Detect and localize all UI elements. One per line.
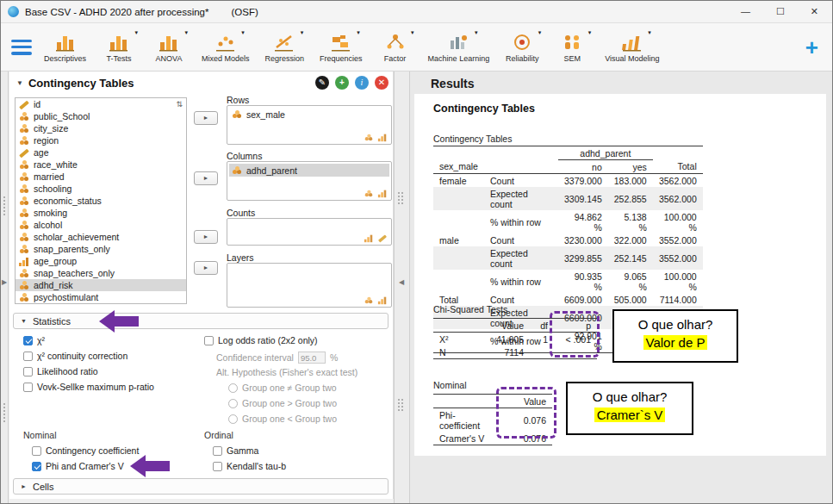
chi-squared-checkbox[interactable]: χ² [23,335,45,345]
variable-item-selected[interactable]: adhd_risk [16,279,186,291]
variable-label: married [34,171,65,182]
cell: 3379.000 [558,174,608,188]
cell: 9.065 % [608,270,653,293]
assign-columns-button[interactable]: ► [194,171,218,185]
module-regression[interactable]: ▾ Regression [265,32,305,63]
variable-item[interactable]: alcohol [16,219,186,231]
module-label: T-Tests [107,54,132,63]
chi-squared-cc-checkbox[interactable]: χ² continuity correction [23,351,127,361]
dropdown-caret-icon: ▾ [241,29,245,36]
columns-field[interactable]: adhd_parent [227,161,392,201]
cell: Count [484,233,558,246]
edit-title-icon[interactable]: ✎ [315,76,329,90]
nominal-variable-icon [232,165,242,175]
variable-label: adhd_risk [34,280,73,290]
app-icon [8,6,19,17]
nominal-variable-icon [364,190,373,197]
variable-item[interactable]: id⇅ [16,98,186,110]
vovk-sellke-checkbox[interactable]: Vovk-Sellke maximum p-ratio [23,382,154,392]
duplicate-analysis-icon[interactable]: + [335,76,349,90]
variable-item[interactable]: snap_teachers_only [16,267,186,279]
assign-counts-button[interactable]: ► [194,230,218,244]
phi-cramers-v-checkbox[interactable]: Phi and Cramer's V [32,461,124,471]
annotation-arrow-statistics [99,310,139,333]
p-value-callout: O que olhar? Valor de P [612,309,738,363]
variable-item[interactable]: psychostimulant [16,291,186,303]
likelihood-ratio-checkbox[interactable]: Likelihood ratio [23,366,98,376]
dropdown-caret-icon: ▾ [538,29,542,36]
expand-data-panel-icon[interactable]: ▶ [2,278,7,286]
module-label: Mixed Models [202,54,250,63]
module-factor[interactable]: ▾ Factor [378,32,413,63]
checkbox-checked-icon [32,462,41,471]
variable-item[interactable]: city_size [16,122,186,134]
collapse-options-panel-icon[interactable]: ◀ [399,278,404,286]
hamburger-menu-icon[interactable] [11,40,32,55]
module-descriptives[interactable]: Descriptives [44,32,86,63]
log-odds-checkbox[interactable]: Log odds ratio (2x2 only) [204,335,318,345]
radio-icon [228,414,238,424]
variable-item[interactable]: economic_status [16,195,186,207]
analysis-header-buttons: ✎ + i ✕ [315,76,389,90]
variable-item[interactable]: age_group [16,255,186,267]
module-machine-learning[interactable]: ▾ Machine Learning [428,32,490,63]
close-button[interactable]: ✕ [811,6,818,17]
module-t-tests[interactable]: ▾ T-Tests [102,32,136,63]
assign-rows-button[interactable]: ► [194,111,218,125]
add-module-button[interactable]: + [805,36,818,59]
variable-item[interactable]: smoking [16,207,186,219]
assigned-variable-selected[interactable]: adhd_parent [229,164,389,177]
panel-splitter[interactable]: ◀ [394,72,410,504]
variable-item[interactable]: schooling [16,183,186,195]
checkbox-icon [23,352,33,361]
variable-item[interactable]: scholar_achievement [16,231,186,243]
minimize-button[interactable]: — [741,6,750,17]
cells-section-header[interactable]: ► Cells [13,478,389,495]
module-visual-modeling[interactable]: ▾ Visual Modeling [605,32,659,63]
percent-label: % [330,352,338,363]
assigned-variable[interactable]: sex_male [229,108,389,121]
nominal-variable-icon [19,196,29,206]
gamma-checkbox[interactable]: Gamma [213,445,258,456]
rows-field[interactable]: sex_male [227,105,392,145]
variable-item[interactable]: region [16,134,186,146]
layers-field[interactable] [227,263,392,308]
data-panel-splitter[interactable]: ▶ [1,72,9,504]
cell: 322.000 [608,233,653,246]
variable-item[interactable]: race_white [16,159,186,171]
module-label: Regression [265,54,305,63]
annotation-arrow-phi-cramer [130,455,170,477]
jasp-window: Base CSV - ADHD 2020 after processing* (… [0,0,833,504]
remove-analysis-icon[interactable]: ✕ [375,76,389,90]
help-icon[interactable]: i [355,76,369,90]
module-frequencies[interactable]: ▾ Frequencies [320,32,363,63]
assign-layers-button[interactable]: ► [194,261,218,275]
cell: X² [433,333,483,346]
dropdown-caret-icon: ▾ [411,29,414,36]
window-controls: — ☐ ✕ [741,6,825,17]
cell: 252.145 [608,246,653,270]
maximize-button[interactable]: ☐ [776,6,785,17]
option-label: Group one < Group two [242,414,337,424]
nominal-table-title: Nominal [433,380,467,390]
module-mixed-models[interactable]: ▾ Mixed Models [202,32,250,63]
statistics-section-header[interactable]: ▼ Statistics [13,313,389,329]
counts-field[interactable] [227,218,392,246]
sort-variables-icon[interactable]: ⇅ [176,100,183,109]
nominal-variable-icon [19,293,29,302]
collapse-analysis-icon[interactable]: ▼ [16,79,23,87]
module-reliability[interactable]: ▾ Reliability [505,32,539,63]
variable-item[interactable]: married [16,171,186,183]
window-title: Base CSV - ADHD 2020 after processing* [25,7,209,17]
variable-item[interactable]: public_School [16,110,186,122]
nominal-variable-icon [19,184,29,194]
dropdown-caret-icon: ▾ [648,29,651,36]
contingency-coefficient-checkbox[interactable]: Contingency coefficient [32,445,139,456]
module-anova[interactable]: ▾ ANOVA [152,32,186,63]
kendalls-tau-checkbox[interactable]: Kendall's tau-b [213,461,286,471]
nominal-variable-icon [232,109,242,119]
module-sem[interactable]: ▾ SEM [555,32,589,63]
variable-item[interactable]: age [16,146,186,159]
cell: Cramer's V [433,432,500,445]
variable-item[interactable]: snap_parents_only [16,243,186,255]
